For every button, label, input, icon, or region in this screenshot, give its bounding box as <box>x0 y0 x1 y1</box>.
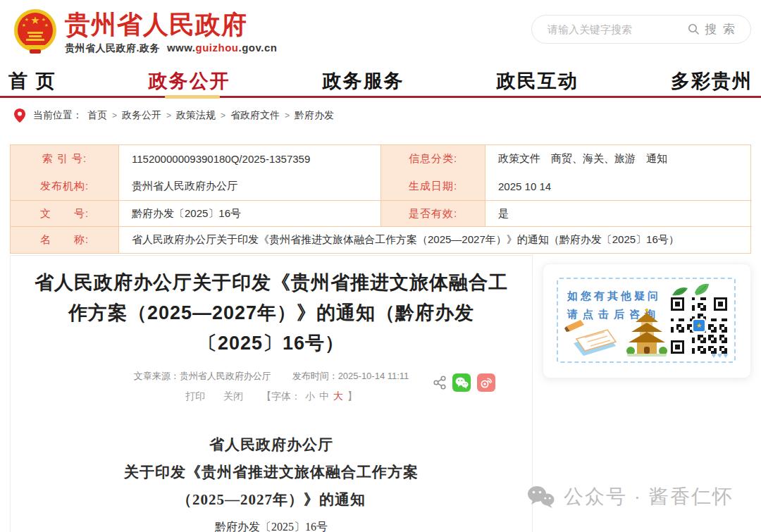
svg-text:★: ★ <box>42 17 46 22</box>
svg-text:★: ★ <box>22 23 26 27</box>
national-emblem-icon: ★ ★ ★ ★ ★ <box>13 8 58 55</box>
body-line: 关于印发《贵州省推进文旅体融合工作方案 <box>11 459 532 486</box>
doc-name-value: 省人民政府办公厅关于印发《贵州省推进文旅体融合工作方案（2025—2027年）》… <box>119 226 752 253</box>
font-label-close: 】 <box>347 390 357 403</box>
nav-divider-rule <box>0 96 761 98</box>
page: ★ ★ ★ ★ ★ 贵州省人民政府 贵州省人民政府.政务www.guizhou.… <box>0 0 761 532</box>
breadcrumb-separator: > <box>166 111 171 120</box>
nav-item-gov-services[interactable]: 政务服务 <box>323 68 404 94</box>
svg-text:★: ★ <box>44 23 49 27</box>
breadcrumb-separator: > <box>285 111 290 120</box>
search-icon <box>688 23 700 35</box>
pagoda-illustration-icon <box>626 309 668 359</box>
body-line: 省人民政府办公厅 <box>11 431 532 459</box>
font-label: 【字体： <box>261 390 301 403</box>
close-button[interactable]: 关闭 <box>223 390 243 403</box>
search-button[interactable]: 搜 索 <box>688 21 750 37</box>
svg-text:★: ★ <box>30 14 39 26</box>
wechat-watermark-icon <box>527 485 555 509</box>
hearts-decoration-icon: ♥♥♥ <box>711 351 729 359</box>
source-value: 贵州省人民政府办公厅 <box>180 371 271 381</box>
breadcrumb-item-provincial-docs[interactable]: 省政府文件 <box>230 109 280 122</box>
active-tab-underline <box>165 95 220 99</box>
body-doc-number: 黔府办发〔2025〕16号 <box>11 520 532 532</box>
doc-category-value: 政策文件 商贸、海关、旅游 通知 <box>485 145 752 173</box>
nav-item-public-interaction[interactable]: 政民互动 <box>497 68 579 94</box>
site-logo-link[interactable]: ★ ★ ★ ★ ★ 贵州省人民政府 贵州省人民政府.政务www.guizhou.… <box>13 8 277 55</box>
wechat-share-icon[interactable] <box>452 373 471 392</box>
site-subtitle: 贵州省人民政府.政务www.guizhou.gov.cn <box>65 42 277 55</box>
article-panel: 省人民政府办公厅关于印发《贵州省推进文旅体融合工作方案（2025—2027年）》… <box>10 255 533 532</box>
body-line: （2025—2027年）》的通知 <box>11 486 532 514</box>
nav-item-gov-disclosure[interactable]: 政务公开 <box>149 68 230 94</box>
share-icon[interactable] <box>433 376 446 390</box>
pubtime-label: 发布时间： <box>292 371 338 381</box>
watermark: 公众号 · 酱香仁怀 <box>527 483 734 510</box>
breadcrumb-item-qianfuban[interactable]: 黔府办发 <box>295 109 334 122</box>
font-small-button[interactable]: 小 <box>305 390 315 403</box>
consult-text-line1: 如您有其他疑问 <box>567 290 661 303</box>
doc-info-table: 索 引 号: 11520000009390180Q/2025-1357359 信… <box>10 144 751 254</box>
doc-agency-label: 发布机构: <box>11 173 119 200</box>
doc-date-value: 2025 10 14 <box>485 173 752 200</box>
qr-code: ★ <box>671 297 727 354</box>
search-box: 搜 索 <box>531 15 751 44</box>
article-title: 省人民政府办公厅关于印发《贵州省推进文旅体融合工作方案（2025—2027年）》… <box>30 268 512 359</box>
watermark-text: 公众号 · 酱香仁怀 <box>564 483 734 510</box>
breadcrumb-prefix: 当前位置： <box>33 109 82 122</box>
breadcrumb-item-home[interactable]: 首页 <box>87 109 107 122</box>
weibo-share-icon[interactable] <box>477 373 495 392</box>
site-url: www.guizhou.gov.cn <box>167 42 278 54</box>
location-pin-icon <box>14 109 25 123</box>
pubtime-value: 2025-10-14 11:11 <box>338 371 409 381</box>
main-nav: 首 页 政务公开 政务服务 政民互动 多彩贵州 <box>0 66 761 96</box>
doc-number-value: 黔府办发〔2025〕16号 <box>119 200 381 226</box>
article-toolbar: 打印 关闭 【字体： 小 中 大 】 <box>11 390 532 403</box>
doc-number-label: 文 号: <box>11 200 119 226</box>
doc-valid-label: 是否有效: <box>381 200 485 226</box>
breadcrumb-separator: > <box>112 111 117 120</box>
font-size-switcher: 【字体： 小 中 大 】 <box>261 390 357 403</box>
breadcrumb-item-disclosure[interactable]: 政务公开 <box>122 109 161 122</box>
nav-item-home[interactable]: 首 页 <box>8 68 56 94</box>
breadcrumb: 当前位置： 首页 > 政务公开 > 政策法规 > 省政府文件 > 黔府办发 <box>14 108 334 123</box>
share-bar <box>433 373 495 392</box>
nav-item-colorful-guizhou[interactable]: 多彩贵州 <box>671 68 753 94</box>
qr-finder-pattern <box>671 297 684 311</box>
doc-category-label: 信息分类: <box>381 145 485 173</box>
doc-index-value: 11520000009390180Q/2025-1357359 <box>119 145 381 173</box>
search-input[interactable] <box>532 23 688 35</box>
doc-valid-value: 是 <box>485 200 752 226</box>
doc-name-label: 名 称: <box>11 226 119 253</box>
font-medium-button[interactable]: 中 <box>319 390 329 403</box>
source-label: 文章来源： <box>134 371 180 381</box>
svg-text:★: ★ <box>25 17 29 22</box>
site-title: 贵州省人民政府 <box>65 8 277 41</box>
qr-finder-pattern <box>671 340 684 354</box>
doc-index-label: 索 引 号: <box>11 145 119 173</box>
qr-center-emblem-icon: ★ <box>692 318 706 333</box>
doc-date-label: 生成日期: <box>381 173 485 200</box>
consult-banner[interactable]: 如您有其他疑问 请点击后咨询 <box>557 278 736 363</box>
doc-agency-value: 贵州省人民政府办公厅 <box>119 173 381 200</box>
print-button[interactable]: 打印 <box>185 390 205 403</box>
breadcrumb-item-policies[interactable]: 政策法规 <box>176 109 216 122</box>
qr-finder-pattern <box>714 297 727 311</box>
article-body: 省人民政府办公厅 关于印发《贵州省推进文旅体融合工作方案 （2025—2027年… <box>11 431 532 532</box>
font-large-button[interactable]: 大 <box>333 390 343 403</box>
pen-paper-illustration-icon <box>564 315 624 357</box>
consult-card: 如您有其他疑问 请点击后咨询 <box>543 264 751 378</box>
breadcrumb-separator: > <box>221 111 225 120</box>
